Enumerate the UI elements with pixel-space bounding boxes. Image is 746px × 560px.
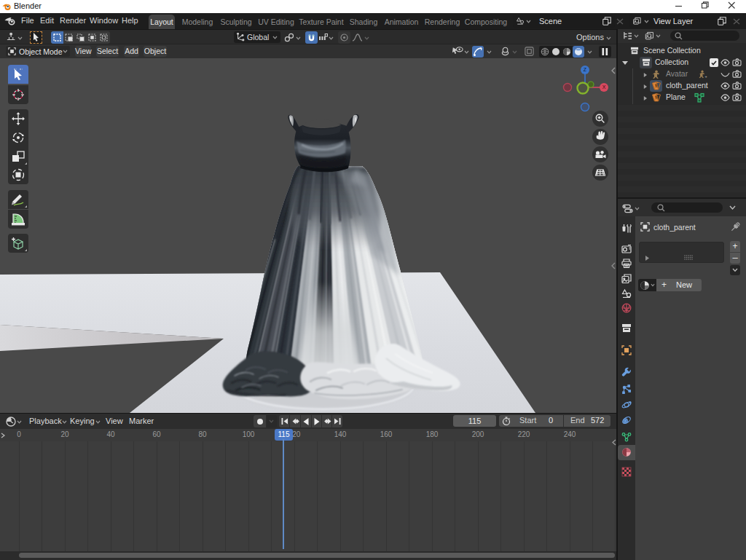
- svg-text:X: X: [602, 84, 606, 90]
- svg-text:+: +: [705, 74, 707, 79]
- svg-text:Z: Z: [584, 67, 587, 72]
